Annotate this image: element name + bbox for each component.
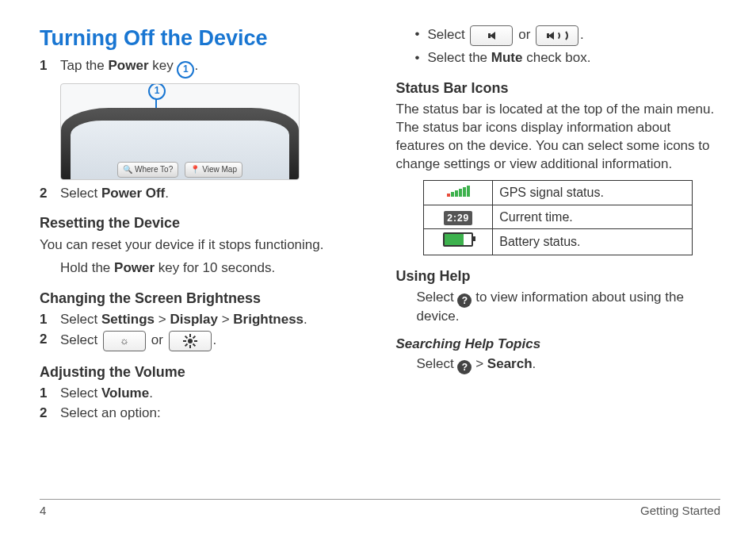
text: Select	[427, 27, 468, 42]
step-number: 2	[40, 405, 52, 423]
brightness-label: Brightness	[233, 312, 304, 327]
text: Hold the	[60, 260, 114, 275]
status-bar-heading: Status Bar Icons	[396, 79, 721, 98]
power-off-label: Power Off	[101, 186, 165, 201]
display-label: Display	[170, 312, 217, 327]
text: key for 10 seconds.	[155, 260, 275, 275]
step-number: 1	[40, 57, 52, 78]
current-time-desc: Current time.	[493, 205, 693, 229]
step-text: Select Power Off.	[60, 185, 365, 203]
text: key	[149, 58, 178, 73]
volume-down-icon	[488, 32, 495, 40]
resetting-heading: Resetting the Device	[40, 213, 365, 232]
page-footer: 4 Getting Started	[40, 499, 720, 519]
text: Select	[60, 332, 101, 347]
help-icon[interactable]: ?	[457, 293, 472, 308]
step-number: 2	[40, 185, 52, 203]
text: Select	[417, 356, 458, 371]
table-row: Battery status.	[424, 229, 693, 255]
volume-down-button[interactable]	[470, 25, 513, 46]
battery-icon	[424, 229, 493, 255]
gps-signal-icon	[424, 180, 493, 205]
gps-signal-desc: GPS signal status.	[493, 180, 693, 205]
option-text: Select the Mute check box.	[427, 49, 590, 67]
settings-label: Settings	[101, 312, 155, 327]
volume-heading: Adjusting the Volume	[40, 362, 365, 382]
step-number: 1	[40, 385, 52, 403]
using-help-heading: Using Help	[396, 266, 721, 286]
brightness-up-icon	[185, 336, 195, 346]
sep: >	[155, 312, 170, 327]
label: Where To?	[135, 164, 173, 175]
step-number: 2	[40, 331, 52, 351]
clock-icon: 2:29	[424, 205, 493, 229]
step-number: 1	[40, 311, 52, 329]
device-view-map-button: 📍 View Map	[185, 162, 242, 178]
magnifier-icon: 🔍	[123, 164, 132, 175]
pin-icon: 📍	[190, 164, 200, 175]
time-value: 2:29	[444, 211, 472, 225]
battery-desc: Battery status.	[493, 229, 693, 255]
table-row: 2:29 Current time.	[424, 205, 693, 229]
bullet-icon: •	[415, 25, 420, 46]
section-name: Getting Started	[640, 503, 720, 519]
mute-label: Mute	[491, 50, 523, 65]
status-icons-table: GPS signal status. 2:29 Current time. Ba…	[423, 180, 693, 255]
resetting-action: Hold the Power key for 10 seconds.	[60, 259, 365, 278]
callout-1-icon: 1	[177, 61, 194, 79]
text: Select	[417, 290, 458, 305]
step-text: Select an option:	[60, 405, 365, 423]
page-title: Turning Off the Device	[40, 24, 365, 52]
text: Select	[60, 312, 101, 327]
sep: >	[472, 356, 487, 371]
brightness-up-button[interactable]	[169, 331, 212, 351]
help-icon[interactable]: ?	[457, 360, 472, 374]
text: check box.	[522, 50, 590, 65]
status-bar-body: The status bar is located at the top of …	[396, 101, 721, 174]
label: View Map	[202, 164, 237, 175]
text: Select the	[427, 50, 491, 65]
step-text: Select ☼ or	[60, 331, 365, 351]
text: Tap the	[60, 58, 109, 73]
volume-label: Volume	[101, 385, 149, 401]
volume-up-button[interactable]	[536, 25, 578, 46]
searching-help-body: Select ? > Search.	[417, 355, 721, 374]
searching-help-heading: Searching Help Topics	[396, 336, 721, 354]
using-help-body: Select ? to view information about using…	[417, 289, 721, 326]
device-where-to-button: 🔍 Where To?	[117, 162, 178, 178]
brightness-down-button[interactable]: ☼	[103, 331, 146, 351]
table-row: GPS signal status.	[424, 180, 693, 205]
page-number: 4	[40, 503, 46, 519]
sep: >	[218, 312, 233, 327]
power-key-label: Power	[114, 260, 155, 275]
volume-up-icon	[547, 29, 568, 42]
step-text: Select Volume.	[60, 385, 365, 403]
option-text: Select or .	[427, 25, 583, 46]
bullet-icon: •	[415, 49, 420, 67]
step-text: Select Settings > Display > Brightness.	[60, 311, 365, 329]
brightness-down-icon: ☼	[120, 334, 129, 348]
text: or	[151, 332, 167, 347]
text: Select	[60, 186, 101, 201]
device-image: 1 🔍 Where To? 📍 View Map	[60, 83, 300, 180]
step-text: Tap the Power key 1.	[60, 57, 365, 78]
resetting-body: You can reset your device if it stops fu…	[40, 236, 365, 255]
power-key-label: Power	[109, 58, 149, 73]
callout-1-icon: 1	[148, 83, 166, 100]
search-label: Search	[487, 356, 533, 371]
text: or	[518, 27, 534, 42]
text: Select	[60, 385, 101, 401]
brightness-heading: Changing the Screen Brightness	[40, 289, 365, 308]
